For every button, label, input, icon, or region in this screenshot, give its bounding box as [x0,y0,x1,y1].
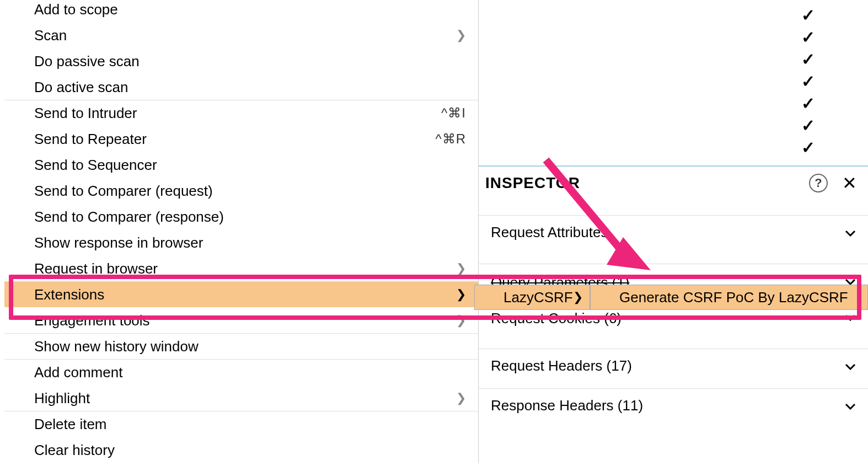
menu-label: Show new history window [34,338,199,355]
check-icon: ✓ [801,93,815,115]
menu-label: Request in browser [34,260,158,277]
menu-show-response-in-browser[interactable]: Show response in browser [4,230,478,256]
menu-label: Delete item [34,416,107,433]
menu-send-to-comparer-req[interactable]: Send to Comparer (request) [4,178,478,204]
menu-send-to-intruder[interactable]: Send to Intruder ^⌘I [4,100,478,126]
section-label: Response Headers (11) [491,397,643,414]
inspector-query-parameters[interactable]: Query Parameters (1) [479,264,868,286]
check-icon: ✓ [801,4,815,26]
inspector-header: INSPECTOR ? ✕ [479,165,868,200]
check-icon: ✓ [801,137,815,159]
check-icon: ✓ [801,115,815,137]
chevron-down-icon [845,359,856,373]
menu-shortcut: ^⌘I [441,105,466,121]
menu-highlight[interactable]: Highlight ❯ [4,386,478,411]
submenu-generate-csrf-poc[interactable]: Generate CSRF PoC By LazyCSRF [590,285,868,310]
menu-send-to-comparer-resp[interactable]: Send to Comparer (response) [4,204,478,230]
submenu-label: Generate CSRF PoC By LazyCSRF [619,289,848,306]
inspector-request-cookies[interactable]: Request Cookies (6) [479,310,868,334]
menu-label: Send to Intruder [34,105,137,122]
menu-clear-history[interactable]: Clear history [4,437,478,463]
menu-do-passive-scan[interactable]: Do passive scan [4,49,478,74]
inspector-title: INSPECTOR [485,174,580,192]
menu-label: Clear history [34,442,115,459]
chevron-right-icon: ❯ [456,287,466,302]
context-menu: Add to scope Scan ❯ Do passive scan Do a… [4,0,479,463]
chevron-down-icon [845,310,856,324]
chevron-right-icon: ❯ [456,313,466,328]
menu-show-new-history-window[interactable]: Show new history window [4,334,478,360]
inspector-request-attributes[interactable]: Request Attributes [479,215,868,249]
submenu-lazycsrf[interactable]: LazyCSRF ❯ [474,285,590,310]
menu-engagement-tools[interactable]: Engagement tools ❯ [4,308,478,334]
chevron-right-icon: ❯ [456,28,466,42]
menu-label: Do active scan [34,79,128,96]
menu-label: Engagement tools [34,312,150,329]
menu-scan[interactable]: Scan ❯ [4,23,478,49]
chevron-down-icon [845,274,856,286]
section-label: Request Cookies (6) [491,310,621,327]
inspector-response-headers[interactable]: Response Headers (11) [479,388,868,422]
menu-label: Send to Repeater [34,131,147,148]
section-label: Request Headers (17) [491,357,632,374]
menu-label: Extensions [34,286,104,303]
menu-label: Send to Comparer (request) [34,183,213,200]
chevron-right-icon: ❯ [573,290,583,304]
chevron-right-icon: ❯ [456,261,466,276]
help-icon[interactable]: ? [809,174,828,192]
menu-label: Send to Sequencer [34,157,157,174]
menu-send-to-repeater[interactable]: Send to Repeater ^⌘R [4,126,478,152]
menu-request-in-browser[interactable]: Request in browser ❯ [4,256,478,282]
menu-shortcut: ^⌘R [435,131,466,147]
menu-label: Add comment [34,364,122,381]
menu-add-comment[interactable]: Add comment [4,360,478,386]
menu-label: Highlight [34,390,90,407]
menu-label: Send to Comparer (response) [34,208,224,226]
check-icon: ✓ [801,26,815,49]
menu-label: Do passive scan [34,53,140,70]
menu-do-active-scan[interactable]: Do active scan [4,74,478,100]
menu-add-to-scope[interactable]: Add to scope [4,0,478,23]
menu-label: Scan [34,27,67,44]
inspector-header-icons: ? ✕ [809,173,857,194]
chevron-down-icon [845,226,856,240]
check-icon: ✓ [801,49,815,71]
section-label: Request Attributes [491,224,608,241]
chevron-down-icon [845,399,856,413]
menu-send-to-sequencer[interactable]: Send to Sequencer [4,152,478,178]
section-label: Query Parameters (1) [491,274,629,286]
menu-label: Add to scope [34,1,118,18]
submenu-label: LazyCSRF [503,289,573,306]
menu-label: Show response in browser [34,234,203,251]
inspector-request-headers[interactable]: Request Headers (17) [479,349,868,383]
menu-extensions[interactable]: Extensions ❯ [4,282,478,308]
right-panel: ✓ ✓ ✓ ✓ ✓ ✓ ✓ INSPECTOR ? ✕ Request Attr… [479,0,868,471]
menu-delete-item[interactable]: Delete item [4,411,478,437]
close-icon[interactable]: ✕ [842,173,857,194]
check-icon: ✓ [801,71,815,93]
app-root: Add to scope Scan ❯ Do passive scan Do a… [0,0,868,471]
chevron-right-icon: ❯ [456,391,466,405]
check-column: ✓ ✓ ✓ ✓ ✓ ✓ ✓ [801,4,815,159]
